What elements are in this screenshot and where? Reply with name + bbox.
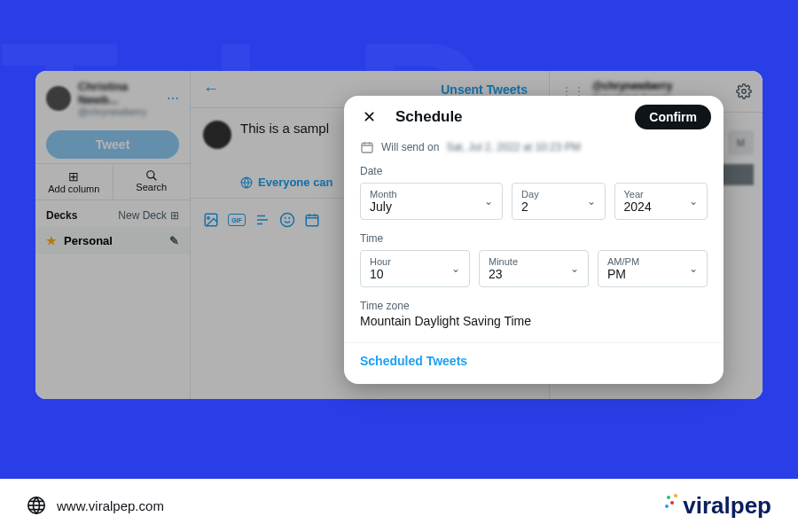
avatar bbox=[46, 86, 71, 111]
sidebar: Christina Newb... @chrynewberry ⋯ Tweet … bbox=[35, 71, 191, 399]
time-section-label: Time bbox=[356, 229, 711, 248]
footer-url: www.viralpep.com bbox=[57, 498, 164, 513]
year-select[interactable]: Year 2024 ⌄ bbox=[614, 183, 708, 220]
close-icon[interactable]: ✕ bbox=[356, 105, 381, 129]
column-handle: @chrynewberry bbox=[592, 80, 729, 92]
day-select[interactable]: Day 2 ⌄ bbox=[512, 183, 605, 220]
svg-point-5 bbox=[281, 214, 294, 227]
calendar-icon bbox=[360, 140, 374, 154]
chevron-down-icon: ⌄ bbox=[484, 195, 493, 207]
chevron-down-icon: ⌄ bbox=[570, 262, 579, 275]
chevron-down-icon: ⌄ bbox=[689, 262, 698, 275]
schedule-icon[interactable] bbox=[304, 212, 320, 228]
month-select[interactable]: Month July ⌄ bbox=[360, 183, 503, 220]
more-icon[interactable]: ⋯ bbox=[167, 91, 179, 106]
gear-icon[interactable] bbox=[736, 83, 752, 99]
back-button[interactable]: ← bbox=[203, 80, 219, 98]
scheduled-badge-short: M bbox=[728, 130, 754, 155]
profile-handle: @chrynewberry bbox=[78, 106, 160, 117]
add-column-icon: ⊞ bbox=[39, 169, 109, 184]
globe-icon bbox=[27, 496, 46, 515]
schedule-modal: ✕ Schedule Confirm Will send on Sat, Jul… bbox=[344, 96, 724, 384]
svg-point-0 bbox=[147, 171, 154, 178]
star-icon: ★ bbox=[46, 234, 57, 247]
chevron-down-icon: ⌄ bbox=[587, 195, 596, 207]
brand-logo: viralpep bbox=[665, 492, 771, 520]
svg-line-1 bbox=[153, 177, 157, 181]
unsent-tweets-link[interactable]: Unsent Tweets bbox=[219, 82, 536, 97]
poll-icon[interactable] bbox=[254, 212, 270, 228]
minute-select[interactable]: Minute 23 ⌄ bbox=[479, 250, 589, 287]
hour-select[interactable]: Hour 10 ⌄ bbox=[360, 250, 470, 287]
confirm-button[interactable]: Confirm bbox=[635, 105, 711, 129]
ampm-select[interactable]: AM/PM PM ⌄ bbox=[598, 250, 708, 287]
new-deck-button[interactable]: New Deck ⊞ bbox=[118, 209, 179, 222]
svg-rect-8 bbox=[306, 215, 318, 226]
deck-item-personal[interactable]: ★ Personal ✎ bbox=[35, 227, 190, 254]
scheduled-tweets-link[interactable]: Scheduled Tweets bbox=[356, 343, 471, 372]
emoji-icon[interactable] bbox=[279, 212, 295, 228]
search-icon bbox=[117, 169, 187, 182]
image-icon[interactable] bbox=[203, 212, 219, 228]
modal-title: Schedule bbox=[395, 108, 621, 126]
date-section-label: Date bbox=[356, 161, 711, 181]
timezone-value: Mountain Daylight Saving Time bbox=[356, 314, 711, 342]
compose-text[interactable]: This is a sampl bbox=[240, 121, 329, 149]
svg-point-9 bbox=[742, 90, 747, 94]
timezone-label: Time zone bbox=[356, 296, 711, 314]
gif-icon[interactable]: GIF bbox=[228, 214, 246, 226]
edit-deck-icon[interactable]: ✎ bbox=[169, 234, 179, 247]
will-send-info: Will send on Sat, Jul 2, 2022 at 10:23 P… bbox=[356, 129, 711, 161]
svg-rect-10 bbox=[362, 143, 372, 153]
compose-avatar bbox=[203, 121, 231, 149]
footer: www.viralpep.com viralpep bbox=[0, 479, 798, 532]
chevron-down-icon: ⌄ bbox=[689, 195, 698, 207]
new-deck-icon: ⊞ bbox=[170, 209, 179, 222]
globe-icon bbox=[240, 176, 253, 189]
tweet-button[interactable]: Tweet bbox=[46, 130, 179, 159]
svg-point-7 bbox=[289, 217, 290, 218]
decks-label: Decks bbox=[46, 209, 77, 222]
profile-name: Christina Newb... bbox=[78, 80, 160, 106]
svg-point-6 bbox=[285, 217, 286, 218]
add-column-button[interactable]: ⊞ Add column bbox=[35, 164, 113, 200]
svg-point-4 bbox=[207, 217, 209, 219]
search-button[interactable]: Search bbox=[113, 164, 191, 200]
chevron-down-icon: ⌄ bbox=[451, 262, 460, 275]
profile-switcher[interactable]: Christina Newb... @chrynewberry ⋯ bbox=[35, 71, 190, 126]
